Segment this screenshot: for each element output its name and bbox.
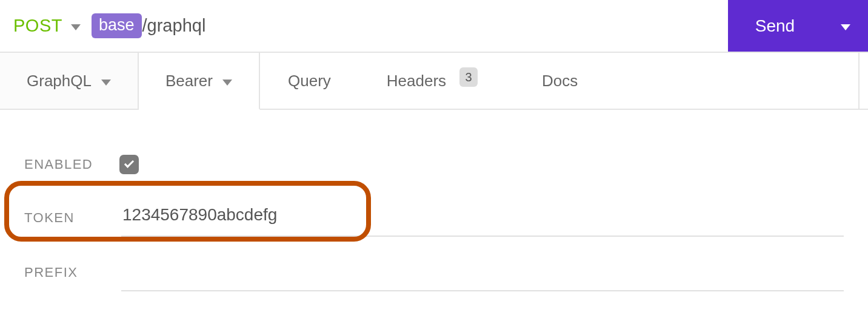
tab-body-label: GraphQL <box>27 72 92 90</box>
chevron-down-icon <box>71 24 81 30</box>
prefix-input[interactable] <box>121 254 844 291</box>
app-root: POST base /graphql Send GraphQL Bearer Q… <box>0 0 868 312</box>
send-group: Send <box>728 0 868 52</box>
url-path[interactable]: /graphql <box>142 16 206 36</box>
chevron-down-icon <box>101 80 111 86</box>
prefix-label: PREFIX <box>24 265 121 280</box>
url-bar: POST base /graphql Send <box>0 0 868 52</box>
method-select[interactable]: POST <box>13 16 81 36</box>
auth-form: ENABLED TOKEN PREFIX <box>0 110 868 312</box>
tab-headers[interactable]: Headers 3 <box>359 53 506 109</box>
tab-query[interactable]: Query <box>260 53 359 109</box>
tab-spacer <box>606 53 860 109</box>
tab-query-label: Query <box>288 72 331 90</box>
enabled-checkbox[interactable] <box>119 155 139 174</box>
token-row: TOKEN <box>24 191 844 245</box>
tab-body[interactable]: GraphQL <box>0 53 139 109</box>
chevron-down-icon <box>841 24 850 30</box>
prefix-row: PREFIX <box>24 245 844 300</box>
tab-auth-label: Bearer <box>165 72 213 90</box>
checkmark-icon <box>124 159 135 170</box>
tab-docs-label: Docs <box>542 72 578 90</box>
chevron-down-icon <box>222 80 232 86</box>
headers-count-badge: 3 <box>459 67 478 87</box>
url-bar-left: POST base /graphql <box>13 0 728 52</box>
send-dropdown-button[interactable] <box>822 0 868 52</box>
env-tag[interactable]: base <box>92 13 142 38</box>
enabled-row: ENABLED <box>24 143 844 186</box>
token-label: TOKEN <box>24 210 121 226</box>
tab-docs[interactable]: Docs <box>506 53 606 109</box>
token-input[interactable] <box>121 199 844 237</box>
tab-bar: GraphQL Bearer Query Headers 3 Docs <box>0 52 868 110</box>
tab-headers-label: Headers <box>387 72 446 90</box>
tab-auth[interactable]: Bearer <box>139 53 260 110</box>
enabled-label: ENABLED <box>24 157 121 172</box>
send-button[interactable]: Send <box>728 0 822 52</box>
method-label: POST <box>13 16 62 36</box>
